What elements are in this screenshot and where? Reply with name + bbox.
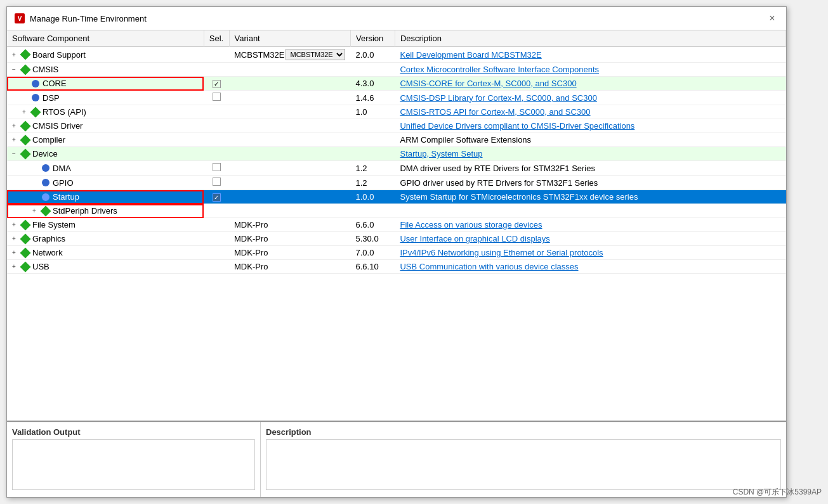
desc-cell: GPIO driver used by RTE Drivers for STM3…	[395, 176, 785, 190]
desc-link[interactable]: USB Communication with various device cl…	[400, 262, 578, 271]
sel-cell	[204, 63, 229, 77]
window-title: Manage Run-Time Environment	[30, 14, 147, 23]
variant-cell: MDK-Pro	[229, 232, 350, 246]
main-content: Software Component Sel. Variant Version …	[7, 30, 786, 497]
desc-link[interactable]: IPv4/IPv6 Networking using Ethernet or S…	[400, 248, 603, 257]
item-label: Graphics	[32, 234, 65, 243]
gem-green-icon	[21, 249, 30, 257]
table-row[interactable]: + File System MDK-Pro 6.6.0 File Access …	[7, 218, 786, 232]
col-header-variant: Variant	[229, 30, 350, 47]
version-cell	[350, 147, 395, 161]
expand-icon[interactable]: −	[10, 150, 18, 158]
item-label: CORE	[43, 79, 67, 88]
variant-cell	[229, 91, 350, 105]
sel-cell	[204, 133, 229, 147]
table-row[interactable]: Startup ✓ 1.0.0 System Startup for STMic…	[7, 190, 786, 204]
expand-icon[interactable]: +	[20, 108, 29, 117]
table-row[interactable]: + Network MDK-Pro 7.0.0 IPv4/IPv6 Networ…	[7, 246, 786, 260]
table-row[interactable]: DSP 1.4.6 CMSIS-DSP Library for Cortex-M…	[7, 91, 786, 105]
table-row[interactable]: + Graphics MDK-Pro 5.30.0 User Interface…	[7, 232, 786, 246]
checkbox-unchecked[interactable]	[213, 93, 221, 101]
sel-cell	[204, 147, 229, 161]
variant-cell	[229, 119, 350, 133]
expand-icon	[30, 178, 39, 187]
desc-link[interactable]: File Access on various storage devices	[400, 220, 542, 229]
version-cell: 4.3.0	[350, 77, 395, 91]
expand-icon[interactable]: −	[10, 65, 18, 74]
sel-cell[interactable]	[204, 161, 229, 176]
desc-cell: ARM Compiler Software Extensions	[395, 133, 785, 147]
table-row[interactable]: − CMSIS Cortex Microcontroller Software …	[7, 63, 786, 77]
variant-cell	[229, 204, 350, 218]
description-title: Description	[266, 427, 781, 437]
sel-cell[interactable]	[204, 176, 229, 190]
table-row[interactable]: + StdPeriph Drivers	[7, 204, 786, 218]
sel-cell[interactable]: ✓	[204, 190, 229, 204]
expand-icon[interactable]: +	[10, 235, 18, 243]
table-row[interactable]: + RTOS (API) 1.0 CMSIS-RTOS API for Cort…	[7, 105, 786, 119]
expand-icon[interactable]: +	[10, 122, 18, 131]
checkbox-checked[interactable]: ✓	[213, 193, 221, 202]
expand-icon[interactable]: +	[30, 207, 39, 216]
table-row[interactable]: + Board Support MCBSTM32E MCBSTM32E	[7, 47, 786, 63]
item-label: StdPeriph Drivers	[53, 206, 117, 216]
version-cell: 1.4.6	[350, 91, 395, 105]
close-button[interactable]: ×	[766, 12, 779, 25]
item-label: Network	[32, 248, 63, 257]
gem-green-icon	[21, 122, 30, 131]
gem-green-icon	[21, 50, 30, 59]
checkbox-checked[interactable]: ✓	[213, 80, 221, 88]
title-bar: V Manage Run-Time Environment ×	[7, 7, 786, 30]
expand-icon[interactable]: +	[10, 249, 18, 257]
gem-green-icon	[21, 235, 30, 243]
desc-link[interactable]: Startup, System Setup	[400, 149, 482, 158]
version-cell: 1.2	[350, 176, 395, 190]
item-label: Compiler	[32, 135, 65, 145]
version-cell	[350, 119, 395, 133]
desc-link[interactable]: User Interface on graphical LCD displays	[400, 234, 549, 243]
table-row[interactable]: GPIO 1.2 GPIO driver used by RTE Drivers…	[7, 176, 786, 190]
bottom-panel: Validation Output Description	[7, 421, 786, 497]
expand-icon[interactable]: +	[10, 262, 18, 271]
desc-cell: CMSIS-RTOS API for Cortex-M, SC000, and …	[395, 105, 785, 119]
desc-link[interactable]: CMSIS-CORE for Cortex-M, SC000, and SC30…	[400, 79, 576, 88]
gem-blue-icon	[41, 193, 50, 202]
table-row[interactable]: + Compiler ARM Compiler Software Extensi…	[7, 133, 786, 147]
item-label: Device	[32, 149, 58, 158]
checkbox-unchecked[interactable]	[213, 178, 221, 186]
desc-cell: DMA driver used by RTE Drivers for STM32…	[395, 161, 785, 176]
variant-dropdown[interactable]: MCBSTM32E	[286, 49, 345, 60]
variant-cell	[229, 77, 350, 91]
variant-cell: MDK-Pro	[229, 260, 350, 274]
table-row[interactable]: + CMSIS Driver Unified Device Drivers co…	[7, 119, 786, 133]
col-header-version: Version	[350, 30, 395, 47]
desc-cell: Startup, System Setup	[395, 147, 785, 161]
table-row[interactable]: CORE ✓ 4.3.0 CMSIS-CORE for Cortex-M, SC…	[7, 77, 786, 91]
validation-title: Validation Output	[12, 427, 255, 437]
expand-icon[interactable]: +	[10, 136, 18, 145]
version-cell: 7.0.0	[350, 246, 395, 260]
expand-icon[interactable]: +	[10, 221, 18, 229]
expand-icon[interactable]: +	[10, 50, 18, 59]
expand-icon	[20, 79, 29, 88]
gem-blue-icon	[31, 93, 40, 102]
variant-cell	[229, 161, 350, 176]
item-label: GPIO	[53, 178, 74, 188]
version-cell: 2.0.0	[350, 47, 395, 63]
table-row[interactable]: DMA 1.2 DMA driver used by RTE Drivers f…	[7, 161, 786, 176]
table-row[interactable]: + USB MDK-Pro 6.6.10 USB Communication w…	[7, 260, 786, 274]
gem-green-icon	[21, 136, 30, 145]
variant-cell: MDK-Pro	[229, 246, 350, 260]
desc-link[interactable]: Cortex Microcontroller Software Interfac…	[400, 65, 599, 74]
desc-cell: Unified Device Drivers compliant to CMSI…	[395, 119, 785, 133]
desc-link[interactable]: CMSIS-DSP Library for Cortex-M, SC000, a…	[400, 93, 596, 103]
desc-cell	[395, 204, 785, 218]
sel-cell[interactable]: ✓	[204, 77, 229, 91]
table-row[interactable]: − Device Startup, System Setup	[7, 147, 786, 161]
desc-link[interactable]: Keil Development Board MCBSTM32E	[400, 50, 541, 60]
checkbox-unchecked[interactable]	[213, 163, 221, 171]
desc-link[interactable]: CMSIS-RTOS API for Cortex-M, SC000, and …	[400, 107, 590, 117]
desc-link[interactable]: Unified Device Drivers compliant to CMSI…	[400, 121, 634, 131]
version-cell: 1.0	[350, 105, 395, 119]
sel-cell[interactable]	[204, 91, 229, 105]
